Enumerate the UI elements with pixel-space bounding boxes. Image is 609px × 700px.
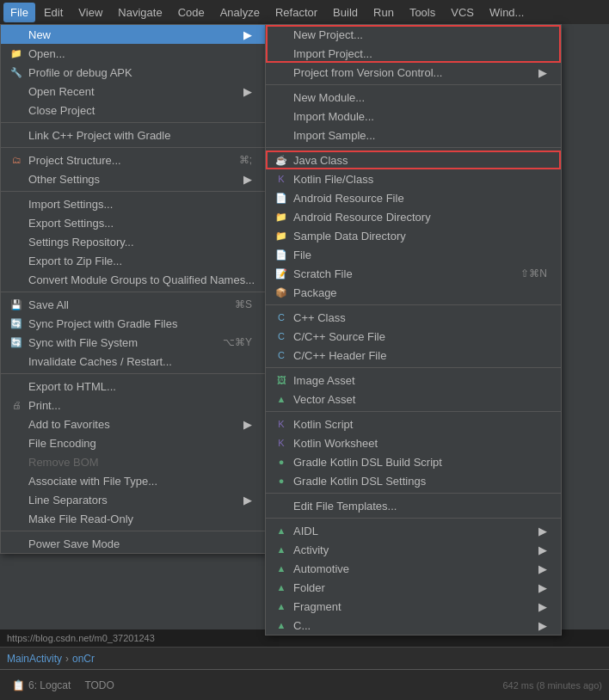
menu-item-line-separators[interactable]: Line Separators ▶ [1, 490, 266, 509]
menu-item-sample-data-dir[interactable]: 📁 Sample Data Directory [266, 226, 561, 245]
menu-item-open[interactable]: 📁 Open... [1, 44, 266, 63]
menu-item-export-html[interactable]: Export to HTML... [1, 377, 266, 396]
menu-item-favorites[interactable]: Add to Favorites ▶ [1, 414, 266, 433]
menu-item-save-all[interactable]: 💾 Save All ⌘S [1, 295, 266, 314]
apk-icon: 🔧 [9, 65, 23, 79]
menu-item-new[interactable]: New ▶ [1, 25, 266, 44]
new-submenu-dropdown: New Project... Import Project... Project… [265, 24, 562, 636]
menu-item-gradle-build[interactable]: ● Gradle Kotlin DSL Build Script [266, 452, 561, 471]
menu-item-android-resource[interactable]: 📄 Android Resource File [266, 188, 561, 207]
separator-new-4 [266, 367, 561, 368]
submenu-arrow-fragment: ▶ [530, 600, 547, 613]
menu-item-edit-templates[interactable]: Edit File Templates... [266, 496, 561, 515]
menu-item-import-sample[interactable]: Import Sample... [266, 126, 561, 144]
menu-item-new-module[interactable]: New Module... [266, 88, 561, 107]
menu-code[interactable]: Code [171, 3, 212, 22]
menu-item-gradle-settings[interactable]: ● Gradle Kotlin DSL Settings [266, 471, 561, 490]
menu-item-image-asset[interactable]: 🖼 Image Asset [266, 371, 561, 390]
menu-run[interactable]: Run [366, 3, 401, 22]
menu-item-export-settings[interactable]: Export Settings... [1, 213, 266, 232]
menu-item-new-project[interactable]: New Project... [266, 25, 561, 44]
menu-item-read-only[interactable]: Make File Read-Only [1, 509, 266, 528]
menu-item-cpp-class[interactable]: C C++ Class [266, 308, 561, 327]
menu-item-folder[interactable]: ▲ Folder ▶ [266, 578, 561, 597]
menu-item-vector-asset[interactable]: ▲ Vector Asset [266, 390, 561, 408]
menu-item-import-settings[interactable]: Import Settings... [1, 194, 266, 213]
convert-icon [9, 273, 23, 286]
menu-item-scratch-file[interactable]: 📝 Scratch File ⇧⌘N [266, 264, 561, 283]
menu-item-power-save[interactable]: Power Save Mode [1, 534, 266, 553]
structure-icon: 🗂 [9, 153, 23, 167]
submenu-arrow-c: ▶ [530, 619, 547, 632]
menu-item-c-other[interactable]: ▲ C... ▶ [266, 616, 561, 635]
submenu-arrow-automotive: ▶ [530, 562, 547, 575]
android-resource-icon: 📄 [274, 191, 288, 205]
status-time: 642 ms (8 minutes ago) [502, 680, 602, 691]
menu-item-profile-apk[interactable]: 🔧 Profile or debug APK [1, 63, 266, 82]
automotive-icon: ▲ [274, 562, 288, 575]
menu-item-sync-fs[interactable]: 🔄 Sync with File System ⌥⌘Y [1, 333, 266, 352]
separator-3 [1, 191, 266, 192]
menu-refactor[interactable]: Refactor [268, 3, 324, 22]
menu-analyze[interactable]: Analyze [213, 3, 267, 22]
menu-item-settings-repo[interactable]: Settings Repository... [1, 232, 266, 251]
menu-item-sync-gradle[interactable]: 🔄 Sync Project with Gradle Files [1, 314, 266, 333]
menu-wind[interactable]: Wind... [483, 3, 531, 22]
menu-item-associate-filetype[interactable]: Associate with File Type... [1, 471, 266, 490]
export-html-icon [9, 379, 23, 393]
breadcrumb-method[interactable]: onCr [72, 653, 95, 665]
menu-view[interactable]: View [71, 3, 109, 22]
sync-gradle-icon: 🔄 [9, 316, 23, 330]
menu-item-cpp-source[interactable]: C C/C++ Source File [266, 327, 561, 346]
menu-vcs[interactable]: VCS [444, 3, 481, 22]
todo-tab[interactable]: TODO [79, 678, 119, 693]
menu-item-kotlin-script[interactable]: K Kotlin Script [266, 414, 561, 433]
menu-item-aidl[interactable]: ▲ AIDL ▶ [266, 521, 561, 540]
menu-file[interactable]: File [3, 3, 35, 22]
read-only-icon [9, 512, 23, 525]
menu-item-project-structure[interactable]: 🗂 Project Structure... ⌘; [1, 150, 266, 169]
menu-item-open-recent[interactable]: Open Recent ▶ [1, 82, 266, 101]
menu-item-print[interactable]: 🖨 Print... [1, 396, 266, 414]
java-class-icon: ☕ [274, 153, 288, 167]
menu-item-export-zip[interactable]: Export to Zip File... [1, 251, 266, 270]
menu-item-android-resource-dir[interactable]: 📁 Android Resource Directory [266, 207, 561, 226]
vcs-icon [274, 65, 288, 79]
sync-fs-icon: 🔄 [9, 335, 23, 349]
image-asset-icon: 🖼 [274, 373, 288, 387]
menu-item-fragment[interactable]: ▲ Fragment ▶ [266, 597, 561, 616]
menu-item-close-project[interactable]: Close Project [1, 101, 266, 120]
cpp-link-icon [9, 128, 23, 142]
menu-item-import-module[interactable]: Import Module... [266, 107, 561, 126]
menu-item-cpp-header[interactable]: C C/C++ Header File [266, 346, 561, 365]
menu-item-import-project[interactable]: Import Project... [266, 44, 561, 63]
menu-item-activity[interactable]: ▲ Activity ▶ [266, 540, 561, 559]
logcat-tab[interactable]: 📋 6: Logcat [7, 678, 76, 693]
status-bar: 📋 6: Logcat TODO 642 ms (8 minutes ago) [0, 669, 609, 700]
menu-edit[interactable]: Edit [37, 3, 70, 22]
menu-item-remove-bom: Remove BOM [1, 452, 266, 471]
menu-tools[interactable]: Tools [403, 3, 442, 22]
menu-item-file-encoding[interactable]: File Encoding [1, 433, 266, 452]
new-project-icon [274, 28, 288, 41]
breadcrumb-activity[interactable]: MainActivity [7, 653, 62, 665]
menu-item-automotive[interactable]: ▲ Automotive ▶ [266, 559, 561, 578]
shortcut-scratch: ⇧⌘N [503, 267, 547, 279]
menu-item-java-class[interactable]: ☕ Java Class [266, 150, 561, 169]
shortcut-sync-fs: ⌥⌘Y [206, 336, 252, 348]
menu-item-kotlin-file[interactable]: K Kotlin File/Class [266, 169, 561, 188]
menu-item-invalidate[interactable]: Invalidate Caches / Restart... [1, 352, 266, 371]
menu-item-kotlin-worksheet[interactable]: K Kotlin Worksheet [266, 433, 561, 452]
menu-navigate[interactable]: Navigate [111, 3, 169, 22]
menu-item-convert-module[interactable]: Convert Module Groups to Qualified Names… [1, 270, 266, 289]
menu-item-package[interactable]: 📦 Package [266, 283, 561, 302]
menu-item-project-vcs[interactable]: Project from Version Control... ▶ [266, 63, 561, 82]
logcat-number-icon: 📋 [12, 679, 25, 691]
menu-item-other-settings[interactable]: Other Settings ▶ [1, 169, 266, 188]
menu-build[interactable]: Build [326, 3, 365, 22]
vector-asset-icon: ▲ [274, 392, 288, 406]
submenu-arrow: ▶ [235, 28, 252, 41]
file-icon: 📄 [274, 248, 288, 261]
menu-item-file[interactable]: 📄 File [266, 245, 561, 264]
menu-item-link-cpp[interactable]: Link C++ Project with Gradle [1, 126, 266, 144]
